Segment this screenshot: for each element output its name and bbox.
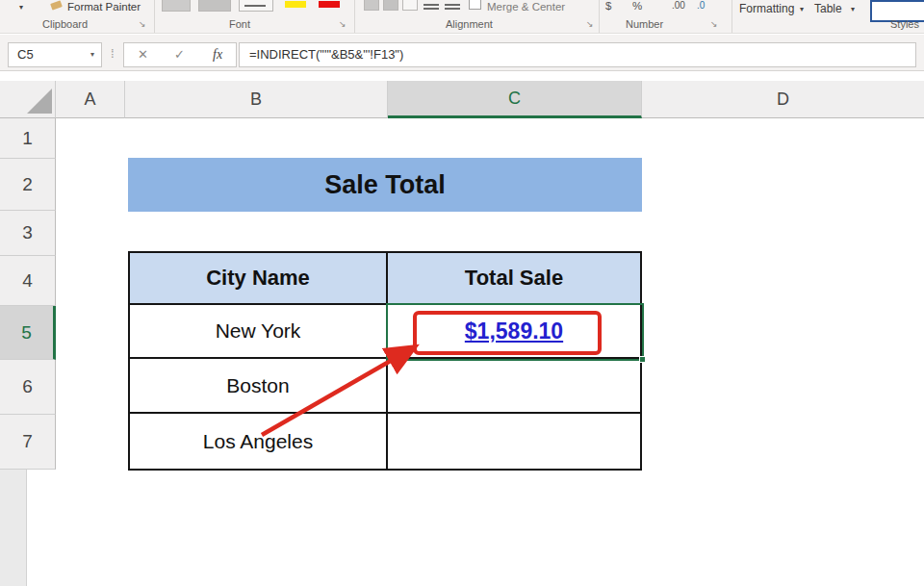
conditional-formatting-caret-icon[interactable]: ▾ <box>800 5 804 13</box>
row-header-3[interactable]: 3 <box>0 211 56 256</box>
number-dialog-launcher-icon[interactable]: ↘ <box>710 19 718 29</box>
clipboard-dialog-launcher-icon[interactable]: ↘ <box>139 19 146 29</box>
cell-b5-new-york[interactable]: New York <box>130 305 388 359</box>
border-button[interactable] <box>162 0 191 12</box>
formula-input[interactable]: =INDIRECT("'"&B5&"'!F13") <box>239 42 916 67</box>
increase-decimal-icon[interactable]: .00 <box>672 0 685 11</box>
format-as-table-button[interactable]: Table <box>814 2 842 15</box>
row-header-6[interactable]: 6 <box>0 360 56 415</box>
conditional-formatting-button[interactable]: Formatting <box>739 2 794 15</box>
city-name-header-cell[interactable]: City Name <box>130 253 388 305</box>
font-color-icon[interactable] <box>319 1 340 8</box>
clipboard-group-label: Clipboard <box>42 18 88 30</box>
formula-bar: C5 ▾ ⁞ ✕ ✓ fx =INDIRECT("'"&B5&"'!F13") <box>0 35 924 71</box>
percent-format-icon[interactable]: % <box>632 0 642 12</box>
underline-button[interactable] <box>198 0 231 12</box>
ribbon: ▾ Format Painter Clipboard ↘ Font ↘ Merg… <box>0 0 924 34</box>
font-group-label: Font <box>229 18 250 30</box>
paste-dropdown-icon[interactable]: ▾ <box>19 3 23 12</box>
align-center-button[interactable] <box>383 0 398 11</box>
formula-buttons: ✕ ✓ fx <box>123 42 237 67</box>
name-box-value: C5 <box>17 47 34 62</box>
total-sale-value[interactable]: $1,589.10 <box>465 318 563 344</box>
name-box-caret-icon[interactable]: ▾ <box>90 43 94 66</box>
merge-center-icon[interactable] <box>469 0 481 10</box>
cell-c6-empty[interactable] <box>388 359 640 414</box>
number-group-label: Number <box>626 18 663 30</box>
insert-function-icon[interactable]: fx <box>213 43 222 66</box>
row-header-tail <box>0 470 27 586</box>
select-all-button[interactable] <box>0 81 56 118</box>
select-all-triangle-icon <box>27 89 52 114</box>
cancel-icon[interactable]: ✕ <box>138 43 148 66</box>
cell-c5-selected[interactable]: $1,589.10 <box>388 305 640 359</box>
format-painter-icon <box>51 0 64 11</box>
fill-color-icon[interactable] <box>285 1 306 8</box>
sale-total-banner[interactable]: Sale Total <box>128 158 642 212</box>
cell-b7-los-angeles[interactable]: Los Angeles <box>130 414 388 469</box>
currency-format-icon[interactable]: $ <box>605 0 611 12</box>
row-header-5-selected[interactable]: 5 <box>0 306 56 360</box>
row-header-7[interactable]: 7 <box>0 415 56 470</box>
row-header-4[interactable]: 4 <box>0 256 56 306</box>
cell-c7-empty[interactable] <box>388 414 640 469</box>
excel-window: ▾ Format Painter Clipboard ↘ Font ↘ Merg… <box>0 0 924 586</box>
alignment-dialog-launcher-icon[interactable]: ↘ <box>586 19 594 29</box>
cell-b6-boston[interactable]: Boston <box>130 359 388 414</box>
merge-center-button[interactable]: Merge & Center <box>487 1 565 13</box>
formula-bar-drag-handle[interactable]: ⁞ <box>111 46 113 61</box>
decrease-decimal-icon[interactable]: .0 <box>697 0 705 11</box>
column-header-a[interactable]: A <box>56 81 125 118</box>
row-headers: 1 2 3 4 5 6 7 <box>0 118 56 470</box>
column-header-b[interactable]: B <box>125 81 388 118</box>
format-painter-button[interactable]: Format Painter <box>67 1 141 13</box>
column-headers: A B C D <box>0 81 924 118</box>
align-right-button[interactable] <box>402 0 418 11</box>
styles-group-label: Styles <box>890 18 919 30</box>
row-header-1[interactable]: 1 <box>0 118 56 159</box>
font-dialog-launcher-icon[interactable]: ↘ <box>339 19 346 29</box>
column-header-c-selected[interactable]: C <box>388 81 642 118</box>
name-box[interactable]: C5 ▾ <box>8 42 102 67</box>
total-sale-header-cell[interactable]: Total Sale <box>388 253 640 305</box>
column-header-d[interactable]: D <box>642 81 924 118</box>
alignment-group-label: Alignment <box>446 18 493 30</box>
format-as-table-caret-icon[interactable]: ▾ <box>851 5 855 13</box>
sales-table: City Name Total Sale New York $1,589.10 … <box>128 251 642 471</box>
align-left-button[interactable] <box>364 0 379 11</box>
enter-icon[interactable]: ✓ <box>174 43 185 66</box>
row-header-2[interactable]: 2 <box>0 159 56 211</box>
